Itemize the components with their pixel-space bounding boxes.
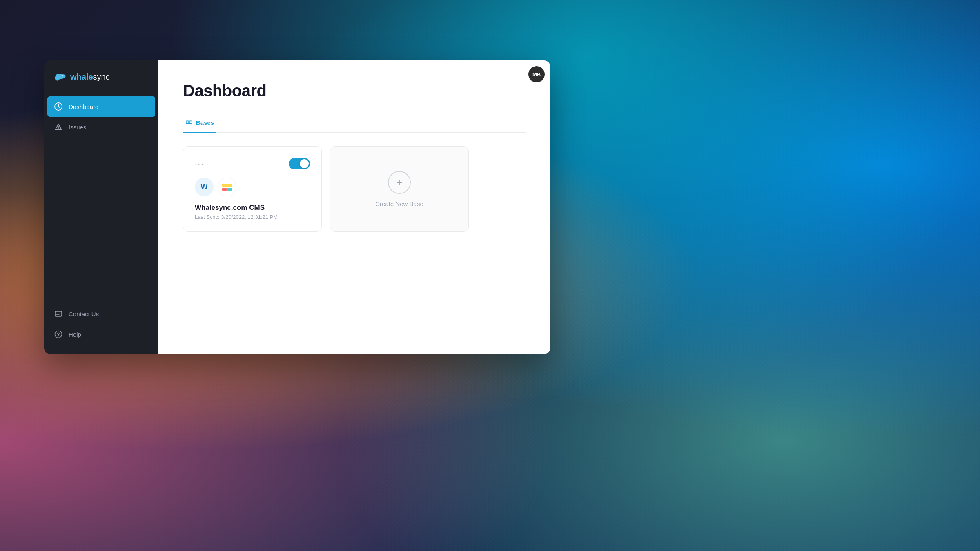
base-card-whalesync[interactable]: ··· W <box>183 146 322 232</box>
help-label: Help <box>69 331 81 338</box>
svg-rect-8 <box>189 121 192 123</box>
whale-icon <box>54 72 66 82</box>
svg-point-3 <box>58 129 59 130</box>
content-area: Dashboard Bases <box>158 60 550 354</box>
base-name: Whalesync.com CMS <box>195 204 310 212</box>
tabs: Bases <box>183 115 526 133</box>
tab-bases-label: Bases <box>196 119 214 126</box>
svg-point-0 <box>62 75 63 76</box>
page-title: Dashboard <box>183 82 526 100</box>
sidebar: whalesync Dashboard <box>44 60 158 354</box>
sync-label: Last Sync: <box>195 214 220 220</box>
base-toggle[interactable] <box>289 158 310 169</box>
bases-tab-icon <box>185 119 193 126</box>
sidebar-item-dashboard-label: Dashboard <box>69 103 98 110</box>
sidebar-item-dashboard[interactable]: Dashboard <box>47 96 155 117</box>
toggle-thumb <box>300 159 309 168</box>
bases-grid: ··· W <box>183 146 469 232</box>
app-icons: W <box>195 178 310 196</box>
topbar: MB <box>528 66 545 82</box>
issues-icon <box>54 122 63 131</box>
svg-rect-7 <box>186 121 189 123</box>
sidebar-item-issues[interactable]: Issues <box>44 117 158 137</box>
user-avatar[interactable]: MB <box>528 66 545 82</box>
logo-whale: whale <box>70 72 93 81</box>
sidebar-nav: Dashboard Issues <box>44 93 158 297</box>
card-menu-dots[interactable]: ··· <box>195 159 204 169</box>
help-button[interactable]: Help <box>44 324 158 344</box>
contact-us-button[interactable]: Contact Us <box>44 304 158 324</box>
create-new-label: Create New Base <box>375 200 423 207</box>
svg-rect-12 <box>222 184 232 187</box>
svg-point-6 <box>58 335 59 336</box>
app-logo: whalesync <box>44 60 158 93</box>
create-plus-icon: + <box>388 171 411 194</box>
dashboard-icon <box>54 102 63 111</box>
sync-value: 3/20/2022, 12:31:21 PM <box>221 214 278 220</box>
help-icon <box>54 330 63 339</box>
app-window: whalesync Dashboard <box>44 60 550 354</box>
card-top-row: ··· <box>195 158 310 169</box>
svg-rect-14 <box>227 188 232 191</box>
create-new-base-card[interactable]: + Create New Base <box>330 146 469 232</box>
contact-us-label: Contact Us <box>69 311 99 318</box>
svg-rect-13 <box>222 188 227 191</box>
airtable-icon <box>218 178 236 196</box>
svg-rect-4 <box>55 311 62 316</box>
logo-sync: sync <box>93 72 110 81</box>
contact-icon <box>54 309 63 318</box>
sidebar-item-issues-label: Issues <box>69 124 86 131</box>
webflow-icon: W <box>195 178 214 196</box>
tab-bases[interactable]: Bases <box>183 115 216 133</box>
base-sync-time: Last Sync: 3/20/2022, 12:31:21 PM <box>195 214 310 220</box>
sidebar-bottom: Contact Us Help <box>44 297 158 354</box>
main-content: MB Dashboard Bases <box>158 60 550 354</box>
logo-text: whalesync <box>70 72 110 82</box>
